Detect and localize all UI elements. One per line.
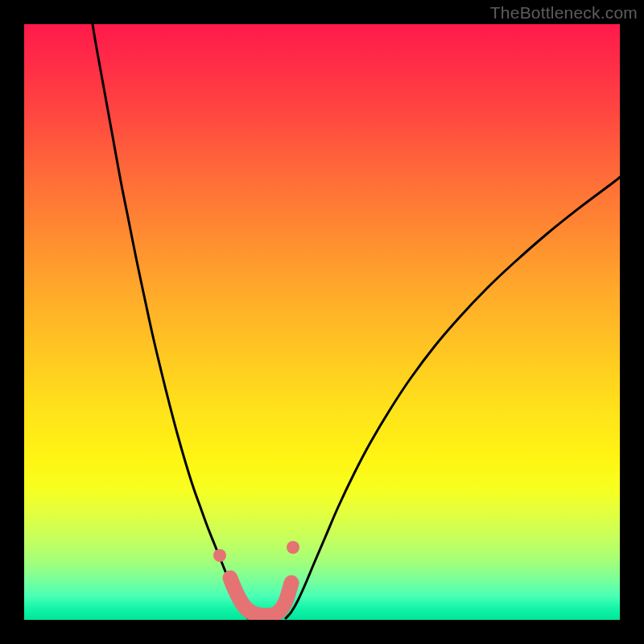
- curve-layer: [24, 24, 620, 620]
- bottleneck-curve-left: [93, 24, 248, 618]
- marker-glyph-dot-right: [287, 541, 299, 554]
- chart-frame: TheBottleneck.com: [0, 0, 644, 644]
- marker-glyph-u: [230, 578, 291, 616]
- watermark-text: TheBottleneck.com: [490, 3, 638, 23]
- plot-area: [24, 24, 620, 620]
- bottleneck-curve-right: [286, 177, 620, 618]
- marker-glyph-dot-left: [213, 549, 226, 562]
